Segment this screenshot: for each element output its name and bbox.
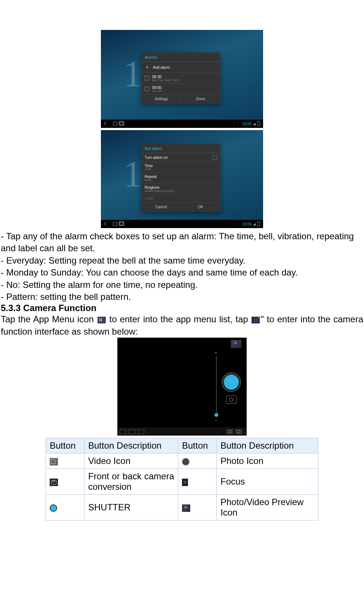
clock-digit: 1 xyxy=(123,52,142,95)
text-segment: Tap the App Menu icon xyxy=(1,314,97,324)
instruction-text: - Monday to Sunday: You can choose the d… xyxy=(0,267,364,279)
ringtone-row[interactable]: Ringtone Default ringtone (Cesium) xyxy=(142,184,220,194)
row-label: Repeat xyxy=(145,175,157,179)
table-cell-icon xyxy=(46,469,84,495)
done-button[interactable]: Done xyxy=(181,95,220,103)
alarm-time: 09:00 xyxy=(152,86,162,90)
back-icon[interactable] xyxy=(104,122,111,126)
focus-icon xyxy=(182,479,188,486)
recent-apps-icon[interactable] xyxy=(120,122,124,126)
row-label: Time xyxy=(145,164,153,168)
system-navbar: ⋮⋮ 10:06 ◢ xyxy=(101,220,263,228)
dialog-title: Set alarm xyxy=(142,144,220,153)
table-cell-icon xyxy=(178,454,217,469)
dialog-title: Alarms xyxy=(142,53,220,62)
set-alarm-screenshot: 1 Set alarm Turn alarm on Time 10:06 Rep… xyxy=(101,130,263,228)
shutter-icon xyxy=(50,504,57,512)
home-icon[interactable] xyxy=(113,122,117,126)
camera-intro-paragraph: Tap the App Menu icon to enter into the … xyxy=(0,313,364,338)
table-cell-desc: Photo Icon xyxy=(217,454,318,469)
cancel-button[interactable]: Cancel xyxy=(142,203,181,211)
button-description-table: Button Button Description Button Button … xyxy=(46,438,318,520)
app-menu-icon xyxy=(98,317,106,323)
turn-alarm-on-row[interactable]: Turn alarm on xyxy=(142,153,220,162)
table-cell-icon xyxy=(178,469,217,495)
row-value: Default ringtone (Cesium) xyxy=(145,190,175,192)
camera-bottom-bar xyxy=(117,427,247,436)
table-cell-desc: Photo/Video Preview Icon xyxy=(217,495,318,520)
ok-button[interactable]: OK xyxy=(181,203,220,211)
checkbox-icon[interactable] xyxy=(145,87,149,91)
camera-interface-screenshot xyxy=(117,338,247,436)
table-header: Button Description xyxy=(217,438,318,454)
home-icon[interactable] xyxy=(113,222,117,226)
label-row[interactable]: Label xyxy=(142,194,220,203)
alarm-days: Mon, Tue, Wed, Thu, Fri xyxy=(152,79,180,82)
photo-video-preview-icon[interactable] xyxy=(231,340,241,348)
nav-icon[interactable] xyxy=(138,429,144,434)
back-icon[interactable] xyxy=(104,222,111,226)
video-icon xyxy=(50,458,58,465)
notification-icon: ⋮⋮ xyxy=(232,222,240,226)
zoom-slider[interactable] xyxy=(216,356,217,417)
set-alarm-dialog: Set alarm Turn alarm on Time 10:06 Repea… xyxy=(141,144,220,212)
checkbox-icon[interactable] xyxy=(145,76,149,80)
plus-icon: ＋ xyxy=(145,64,150,71)
camera-switch-icon[interactable] xyxy=(226,396,237,404)
status-time: 10:06 xyxy=(242,222,252,226)
photo-icon xyxy=(182,458,189,465)
camera-app-icon xyxy=(252,317,260,323)
video-mode-icon[interactable] xyxy=(235,429,242,434)
row-value: Never xyxy=(145,179,157,181)
recent-apps-icon[interactable] xyxy=(120,222,124,226)
table-cell-icon xyxy=(178,495,217,520)
nav-icon[interactable] xyxy=(129,429,135,434)
table-cell-icon xyxy=(46,495,84,520)
table-header: Button xyxy=(178,438,217,454)
table-cell-desc: Focus xyxy=(217,469,318,495)
battery-icon xyxy=(257,222,260,226)
row-label: Label xyxy=(145,196,154,200)
zoom-handle[interactable] xyxy=(215,413,218,417)
clock-digit: 1 xyxy=(123,153,142,196)
table-header: Button xyxy=(46,438,84,454)
section-heading: 5.3.3 Camera Function xyxy=(0,303,364,313)
text-segment: to enter into the app menu list, tap xyxy=(107,314,251,324)
instruction-text: - Tap any of the alarm check boxes to se… xyxy=(0,230,364,255)
alarm-time: 08:30 xyxy=(152,75,180,79)
row-label: Turn alarm on xyxy=(145,156,168,160)
alarms-list-screenshot: 1 Alarms ＋ Add alarm 08:30 Mon, Tue, Wed… xyxy=(101,30,263,128)
row-label: Ringtone xyxy=(145,185,175,190)
instruction-text: - Everyday: Setting repeat the bell at t… xyxy=(0,255,364,267)
camera-switch-icon xyxy=(50,479,58,486)
photo-mode-icon[interactable] xyxy=(226,429,233,434)
checkbox-icon[interactable] xyxy=(213,155,217,160)
status-time: 10:06 xyxy=(242,122,252,126)
preview-icon xyxy=(182,504,190,512)
table-header: Button Description xyxy=(84,438,178,454)
alarm-days: Sat, Sun xyxy=(152,90,162,92)
alarms-dialog: Alarms ＋ Add alarm 08:30 Mon, Tue, Wed, … xyxy=(141,52,220,104)
shutter-button[interactable] xyxy=(222,373,240,391)
row-value: 10:06 xyxy=(145,168,153,170)
table-cell-desc: Front or back camera conversion xyxy=(84,469,178,495)
time-row[interactable]: Time 10:06 xyxy=(142,162,220,173)
add-alarm-label: Add alarm xyxy=(153,65,170,70)
repeat-row[interactable]: Repeat Never xyxy=(142,173,220,184)
add-alarm-row[interactable]: ＋ Add alarm xyxy=(142,62,220,73)
alarm-row-2[interactable]: 09:00 Sat, Sun xyxy=(142,84,220,95)
instruction-text: - No: Setting the alarm for one time, no… xyxy=(0,279,364,291)
table-cell-icon xyxy=(46,454,84,469)
nav-icon[interactable] xyxy=(120,429,126,434)
table-cell-desc: SHUTTER xyxy=(84,495,178,520)
wifi-icon: ◢ xyxy=(253,222,256,226)
wifi-icon: ◢ xyxy=(253,122,256,126)
alarm-row-1[interactable]: 08:30 Mon, Tue, Wed, Thu, Fri xyxy=(142,73,220,84)
settings-button[interactable]: Settings xyxy=(142,95,181,103)
instruction-text: - Pattern: setting the bell pattern. xyxy=(0,291,364,303)
table-cell-desc: Video Icon xyxy=(84,454,178,469)
notification-icon: ⋮⋮ xyxy=(232,122,240,126)
battery-icon xyxy=(257,122,260,126)
system-navbar: ⋮⋮ 10:06 ◢ xyxy=(101,120,263,128)
